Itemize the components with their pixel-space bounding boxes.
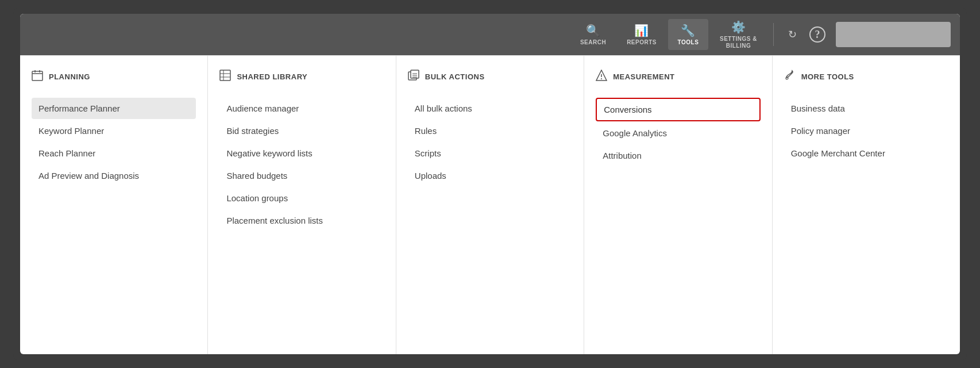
search-label: SEARCH bbox=[580, 39, 606, 45]
shared-budgets-item[interactable]: Shared budgets bbox=[219, 165, 384, 186]
reports-icon: 📊 bbox=[634, 24, 649, 37]
shared-library-header: SHARED LIBRARY bbox=[219, 70, 384, 86]
measurement-column: MEASUREMENT Conversions Google Analytics… bbox=[584, 56, 772, 354]
help-icon: ? bbox=[809, 26, 825, 43]
google-merchant-center-item[interactable]: Google Merchant Center bbox=[784, 143, 948, 164]
bulk-actions-header-icon bbox=[408, 70, 419, 84]
svg-point-15 bbox=[601, 78, 602, 79]
uploads-item[interactable]: Uploads bbox=[408, 165, 572, 186]
attribution-item[interactable]: Attribution bbox=[596, 145, 760, 166]
account-selector[interactable] bbox=[836, 22, 951, 47]
scripts-item[interactable]: Scripts bbox=[408, 143, 572, 164]
audience-manager-item[interactable]: Audience manager bbox=[219, 98, 384, 119]
tools-label: TOOLS bbox=[678, 39, 699, 45]
rules-item[interactable]: Rules bbox=[408, 120, 572, 141]
reports-nav-btn[interactable]: 📊 REPORTS bbox=[618, 19, 666, 50]
menu-panel: PLANNING Performance Planner Keyword Pla… bbox=[20, 55, 960, 354]
measurement-header-icon bbox=[596, 70, 607, 84]
search-icon: 🔍 bbox=[586, 24, 601, 37]
planning-header-icon bbox=[32, 70, 43, 84]
shared-library-header-text: SHARED LIBRARY bbox=[237, 72, 307, 81]
business-data-item[interactable]: Business data bbox=[784, 98, 948, 119]
svg-rect-4 bbox=[220, 70, 230, 80]
negative-keyword-lists-item[interactable]: Negative keyword lists bbox=[219, 143, 384, 164]
search-nav-btn[interactable]: 🔍 SEARCH bbox=[571, 19, 615, 50]
inner-container: 🔍 SEARCH 📊 REPORTS 🔧 TOOLS ⚙️ SETTINGS &… bbox=[20, 14, 960, 354]
svg-rect-0 bbox=[32, 71, 43, 80]
bid-strategies-item[interactable]: Bid strategies bbox=[219, 120, 384, 141]
google-analytics-item[interactable]: Google Analytics bbox=[596, 122, 760, 144]
tools-icon: 🔧 bbox=[681, 24, 696, 37]
placement-exclusion-lists-item[interactable]: Placement exclusion lists bbox=[219, 210, 384, 231]
shared-library-header-icon bbox=[219, 70, 231, 84]
planning-header-text: PLANNING bbox=[49, 72, 90, 81]
all-bulk-actions-item[interactable]: All bulk actions bbox=[408, 98, 572, 119]
policy-manager-item[interactable]: Policy manager bbox=[784, 120, 948, 141]
more-tools-column: MORE TOOLS Business data Policy manager … bbox=[773, 56, 960, 354]
ad-preview-item[interactable]: Ad Preview and Diagnosis bbox=[32, 165, 196, 186]
tools-nav-btn[interactable]: 🔧 TOOLS bbox=[668, 19, 708, 50]
outer-container: 🔍 SEARCH 📊 REPORTS 🔧 TOOLS ⚙️ SETTINGS &… bbox=[13, 7, 967, 361]
more-tools-header-icon bbox=[784, 70, 796, 84]
reach-planner-item[interactable]: Reach Planner bbox=[32, 143, 196, 164]
planning-header: PLANNING bbox=[32, 70, 196, 86]
shared-library-column: SHARED LIBRARY Audience manager Bid stra… bbox=[208, 56, 396, 354]
settings-nav-btn[interactable]: ⚙️ SETTINGS &BILLING bbox=[711, 16, 766, 54]
keyword-planner-item[interactable]: Keyword Planner bbox=[32, 120, 196, 141]
help-btn[interactable]: ? bbox=[806, 23, 829, 46]
bulk-actions-header: BULK ACTIONS bbox=[408, 70, 572, 86]
bulk-actions-header-text: BULK ACTIONS bbox=[425, 72, 485, 81]
settings-label: SETTINGS &BILLING bbox=[720, 36, 757, 49]
bulk-actions-column: BULK ACTIONS All bulk actions Rules Scri… bbox=[396, 56, 584, 354]
reports-label: REPORTS bbox=[627, 39, 657, 45]
nav-divider bbox=[773, 23, 774, 46]
conversions-item[interactable]: Conversions bbox=[596, 98, 760, 121]
location-groups-item[interactable]: Location groups bbox=[219, 187, 384, 209]
measurement-header: MEASUREMENT bbox=[596, 70, 760, 86]
refresh-icon: ↻ bbox=[788, 28, 797, 41]
more-tools-header-text: MORE TOOLS bbox=[801, 72, 854, 81]
top-nav: 🔍 SEARCH 📊 REPORTS 🔧 TOOLS ⚙️ SETTINGS &… bbox=[20, 14, 960, 55]
performance-planner-item[interactable]: Performance Planner bbox=[32, 98, 196, 119]
refresh-btn[interactable]: ↻ bbox=[781, 23, 804, 46]
settings-icon: ⚙️ bbox=[731, 20, 746, 34]
measurement-header-text: MEASUREMENT bbox=[613, 72, 674, 81]
more-tools-header: MORE TOOLS bbox=[784, 70, 948, 86]
planning-column: PLANNING Performance Planner Keyword Pla… bbox=[20, 56, 208, 354]
